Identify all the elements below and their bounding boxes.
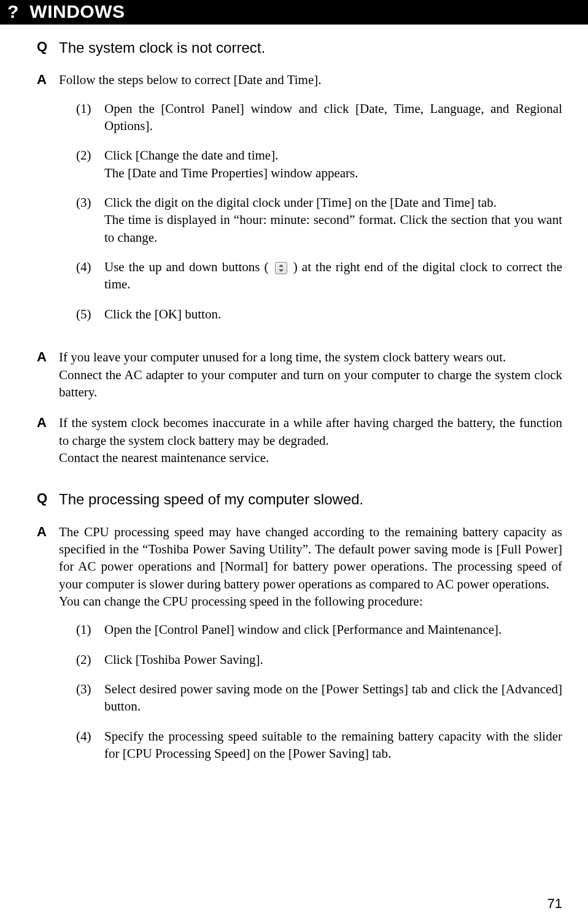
step-number: (3)	[76, 194, 104, 211]
step-number: (4)	[76, 258, 104, 275]
step-text: Specify the processing speed suitable to…	[104, 728, 562, 763]
section-header: ? WINDOWS	[0, 0, 588, 25]
page-number: 71	[547, 896, 562, 912]
list-item: (5) Click the [OK] button.	[76, 306, 562, 323]
question-row: Q The processing speed of my computer sl…	[37, 490, 562, 509]
step-number: (1)	[76, 100, 104, 117]
step-text: Click the digit on the digital clock und…	[104, 194, 562, 246]
step-number: (3)	[76, 680, 104, 698]
question-block-2: Q The processing speed of my computer sl…	[37, 490, 562, 509]
a-label: A	[37, 414, 59, 432]
question-text: The processing speed of my computer slow…	[59, 490, 363, 509]
step-text: Select desired power saving mode on the …	[104, 680, 562, 715]
answer-row: A If the system clock becomes inaccurate…	[37, 414, 562, 466]
list-item: (1) Open the [Control Panel] window and …	[76, 100, 562, 135]
step-number: (2)	[76, 147, 104, 164]
a-label: A	[37, 523, 59, 541]
steps-list: (1) Open the [Control Panel] window and …	[59, 621, 562, 762]
answer-text: The CPU processing speed may have change…	[59, 523, 562, 775]
answer-block-4: A The CPU processing speed may have chan…	[37, 523, 562, 775]
q-label: Q	[37, 38, 59, 56]
answer-intro: The CPU processing speed may have change…	[59, 523, 562, 610]
page-content: Q The system clock is not correct. A Fol…	[0, 38, 588, 774]
step-number: (1)	[76, 621, 104, 638]
question-row: Q The system clock is not correct.	[37, 38, 562, 58]
list-item: (2) Click [Change the date and time].The…	[76, 147, 562, 182]
list-item: (1) Open the [Control Panel] window and …	[76, 621, 562, 638]
step-text: Click [Toshiba Power Saving].	[104, 651, 562, 668]
answer-block-1: A Follow the steps below to correct [Dat…	[37, 71, 562, 335]
a-label: A	[37, 348, 59, 366]
question-text: The system clock is not correct.	[59, 38, 265, 58]
list-item: (4) Use the up and down buttons ( ) at t…	[76, 258, 562, 293]
answer-block-3: A If the system clock becomes inaccurate…	[37, 414, 562, 466]
answer-text: If the system clock becomes inaccurate i…	[59, 414, 562, 466]
step-text: Open the [Control Panel] window and clic…	[104, 621, 562, 638]
step-text: Click [Change the date and time].The [Da…	[104, 147, 562, 182]
answer-row: A If you leave your computer unused for …	[37, 348, 562, 401]
header-question-mark: ?	[7, 1, 18, 22]
answer-text: If you leave your computer unused for a …	[59, 348, 562, 401]
spinner-icon	[275, 262, 287, 274]
list-item: (3) Click the digit on the digital clock…	[76, 194, 562, 246]
step-number: (4)	[76, 728, 104, 745]
answer-text: Follow the steps below to correct [Date …	[59, 71, 562, 335]
answer-row: A Follow the steps below to correct [Dat…	[37, 71, 562, 335]
steps-list: (1) Open the [Control Panel] window and …	[59, 100, 562, 323]
step-text-pre: Use the up and down buttons (	[104, 260, 273, 274]
list-item: (4) Specify the processing speed suitabl…	[76, 728, 562, 763]
answer-intro: Follow the steps below to correct [Date …	[59, 71, 562, 88]
list-item: (2) Click [Toshiba Power Saving].	[76, 651, 562, 668]
a-label: A	[37, 71, 59, 89]
q-label: Q	[37, 490, 59, 507]
answer-block-2: A If you leave your computer unused for …	[37, 348, 562, 401]
step-number: (5)	[76, 306, 104, 323]
step-text: Open the [Control Panel] window and clic…	[104, 100, 562, 135]
header-title: WINDOWS	[29, 1, 125, 22]
list-item: (3) Select desired power saving mode on …	[76, 680, 562, 715]
step-number: (2)	[76, 651, 104, 668]
answer-row: A The CPU processing speed may have chan…	[37, 523, 562, 775]
step-text: Click the [OK] button.	[104, 306, 562, 323]
question-block-1: Q The system clock is not correct.	[37, 38, 562, 58]
step-text: Use the up and down buttons ( ) at the r…	[104, 258, 562, 293]
